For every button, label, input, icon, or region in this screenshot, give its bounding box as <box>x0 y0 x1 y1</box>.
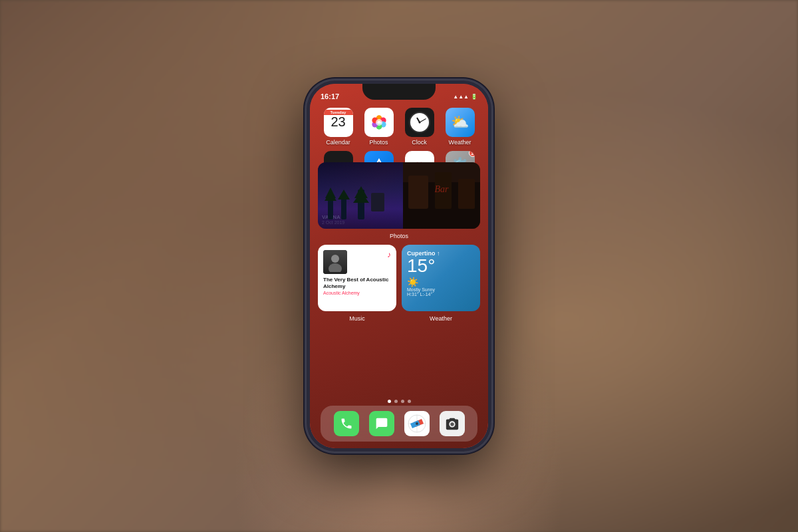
clock-label: Clock <box>412 139 427 146</box>
weather-description: Mostly Sunny <box>407 287 475 292</box>
svg-point-28 <box>331 255 339 263</box>
svg-point-36 <box>416 422 418 425</box>
album-art-bg <box>323 250 347 274</box>
photos-widget-container: VARNA 2 Oct 2019 <box>318 162 480 229</box>
dock-camera[interactable] <box>440 411 465 436</box>
scene: 16:17 ▲▲▲ 🔋 Tuesday 23 <box>0 0 798 532</box>
svg-point-6 <box>375 119 382 126</box>
dock-phone[interactable] <box>334 411 359 436</box>
app-calendar[interactable]: Tuesday 23 Calendar <box>321 108 356 146</box>
music-album-art <box>323 250 347 274</box>
svg-marker-14 <box>338 190 350 200</box>
settings-badge: 2 <box>469 151 475 157</box>
svg-rect-20 <box>371 193 384 211</box>
calendar-label: Calendar <box>326 139 350 146</box>
clock-icon-img <box>405 108 434 137</box>
cal-date: 23 <box>331 115 345 128</box>
dock-messages[interactable] <box>369 411 394 436</box>
weather-widget-container: Cupertino ↑ 15° ☀️ Mostly Sunny H:31° L:… <box>402 245 480 311</box>
bar-scene-svg: Bar <box>403 162 480 229</box>
music-artist: Acoustic Alchemy <box>323 291 391 295</box>
calendar-icon-img: Tuesday 23 <box>324 108 353 137</box>
photos-widget-left: VARNA 2 Oct 2019 <box>318 162 403 229</box>
clock-center-dot <box>418 122 420 124</box>
music-content: ♪ <box>323 250 391 274</box>
music-note-icon: ♪ <box>387 250 391 259</box>
app-clock[interactable]: Clock <box>402 108 438 146</box>
weather-temp: 15° <box>407 257 475 275</box>
page-dot-4 <box>408 400 411 403</box>
weather-icon-img: ⛅ <box>446 108 475 137</box>
person-svg <box>325 252 345 272</box>
photos-icon-img <box>364 108 394 137</box>
trees-svg-container <box>321 186 400 222</box>
photos-right-content: Bar <box>403 162 480 229</box>
iphone-screen: 16:17 ▲▲▲ 🔋 Tuesday 23 <box>310 84 488 448</box>
weather-app-label: Weather <box>449 139 471 146</box>
weather-widget-label: Weather <box>430 315 452 322</box>
status-icons: ▲▲▲ 🔋 <box>453 94 477 100</box>
weather-sun-icon: ☀️ <box>407 277 475 287</box>
svg-point-29 <box>329 263 342 272</box>
app-row-1: Tuesday 23 Calendar <box>318 108 480 146</box>
photos-widget-label: Photos <box>390 233 408 239</box>
camera-svg <box>445 416 460 431</box>
music-widget[interactable]: ♪ The Very Best of Acoustic Alchemy Acou… <box>318 245 396 311</box>
wifi-icon: ▲▲▲ <box>453 94 469 100</box>
status-time: 16:17 <box>321 92 339 100</box>
svg-rect-13 <box>341 196 346 219</box>
music-widget-label: Music <box>349 315 365 322</box>
widgets-bottom: ♪ The Very Best of Acoustic Alchemy Acou… <box>318 245 480 311</box>
clock-face <box>409 112 430 133</box>
page-dots <box>310 400 488 403</box>
music-widget-container: ♪ The Very Best of Acoustic Alchemy Acou… <box>318 245 396 311</box>
widget-area: VARNA 2 Oct 2019 <box>318 162 480 311</box>
iphone-inner: 16:17 ▲▲▲ 🔋 Tuesday 23 <box>310 84 488 448</box>
photos-flower-svg <box>370 113 388 132</box>
battery-icon: 🔋 <box>471 94 477 100</box>
dock <box>321 406 477 442</box>
app-weather[interactable]: ⛅ Weather <box>442 108 478 146</box>
photos-widget-right: Bar <box>403 162 480 229</box>
svg-point-37 <box>450 422 454 426</box>
phone-svg <box>340 417 353 430</box>
app-photos[interactable]: Photos <box>361 108 397 146</box>
trees-svg <box>321 186 401 219</box>
dock-safari[interactable] <box>404 411 430 436</box>
notch <box>362 84 436 100</box>
photos-label: Photos <box>369 139 388 146</box>
page-dot-1 <box>388 400 391 403</box>
album-art-person <box>323 250 347 274</box>
svg-rect-27 <box>403 162 480 229</box>
photos-widget[interactable]: VARNA 2 Oct 2019 <box>318 162 480 229</box>
safari-svg <box>406 413 428 434</box>
messages-svg <box>375 417 388 430</box>
weather-widget[interactable]: Cupertino ↑ 15° ☀️ Mostly Sunny H:31° L:… <box>402 245 480 311</box>
iphone-frame: 16:17 ▲▲▲ 🔋 Tuesday 23 <box>306 80 492 452</box>
weather-high-low: H:31° L:-14° <box>407 292 475 297</box>
page-dot-3 <box>401 400 404 403</box>
page-dot-2 <box>394 400 398 403</box>
music-title: The Very Best of Acoustic Alchemy <box>323 277 391 289</box>
